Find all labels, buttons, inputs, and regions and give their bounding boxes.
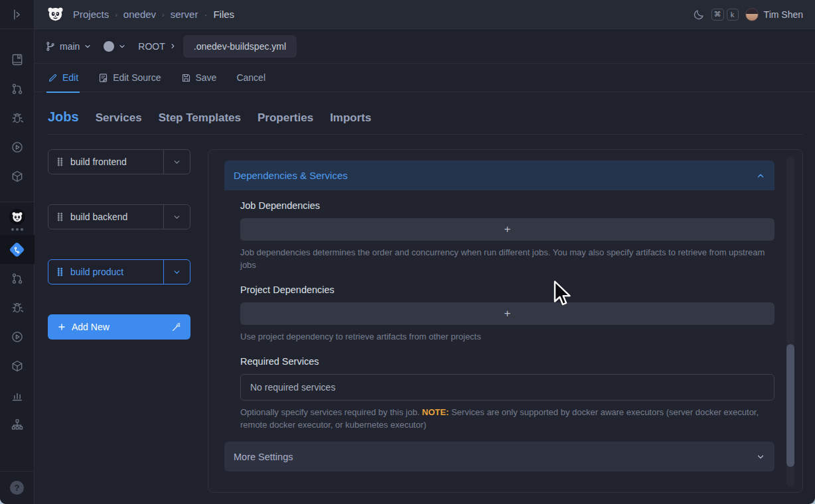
dependencies-services-section-header[interactable]: Dependencies & Services bbox=[224, 160, 775, 190]
drag-handle-icon[interactable] bbox=[56, 267, 64, 277]
tab-save-label: Save bbox=[196, 72, 217, 83]
package-icon bbox=[11, 170, 24, 183]
sidebar-toggle-button[interactable] bbox=[0, 0, 35, 29]
help-icon: ? bbox=[10, 481, 24, 495]
add-new-label: Add New bbox=[72, 322, 110, 332]
k-key: k bbox=[727, 9, 739, 21]
drag-handle-icon[interactable] bbox=[56, 212, 64, 221]
user-menu[interactable]: Tim Shen bbox=[745, 8, 803, 21]
panel-scrollbar-track[interactable] bbox=[786, 157, 794, 487]
sidebar-item-project-code-active[interactable] bbox=[0, 235, 35, 264]
magic-wand-icon[interactable] bbox=[171, 322, 181, 332]
breadcrumb-separator-dot: · bbox=[204, 9, 207, 20]
project-switcher[interactable] bbox=[0, 202, 34, 235]
job-dropdown-button[interactable] bbox=[163, 205, 190, 229]
sidebar-help-button[interactable]: ? bbox=[0, 471, 34, 504]
project-dependencies-label: Project Dependencies bbox=[240, 284, 775, 295]
required-services-input[interactable]: No required services bbox=[240, 374, 775, 401]
breadcrumb-separator: › bbox=[115, 11, 117, 19]
sidebar-item-project-pull-requests[interactable] bbox=[0, 264, 35, 293]
breadcrumb-onedev[interactable]: onedev bbox=[123, 9, 156, 20]
sidebar-item-project-issues[interactable] bbox=[0, 293, 35, 322]
job-dropdown-button[interactable] bbox=[163, 260, 190, 284]
add-job-dependency-button[interactable]: + bbox=[240, 218, 775, 241]
sidebar-item-code[interactable] bbox=[0, 45, 35, 74]
drag-handle-icon[interactable] bbox=[56, 157, 64, 166]
tab-properties[interactable]: Properties bbox=[258, 111, 313, 125]
tab-edit-source[interactable]: Edit Source bbox=[98, 64, 161, 92]
job-card-build-frontend[interactable]: build frontend bbox=[48, 149, 190, 174]
spec-tabs-divider bbox=[48, 134, 803, 135]
spec-category-tabs: Jobs Services Step Templates Properties … bbox=[48, 92, 803, 125]
branch-name: main bbox=[60, 41, 80, 52]
onedev-logo[interactable] bbox=[46, 5, 64, 23]
code-diamond-icon bbox=[9, 241, 25, 257]
sidebar-item-packages[interactable] bbox=[0, 162, 35, 191]
tab-edit[interactable]: Edit bbox=[48, 64, 78, 92]
chevron-down-icon bbox=[173, 213, 181, 221]
section-title: Dependencies & Services bbox=[234, 170, 348, 181]
panel-scrollbar-thumb[interactable] bbox=[786, 344, 794, 467]
cmd-key: ⌘ bbox=[711, 9, 724, 21]
tab-jobs[interactable]: Jobs bbox=[48, 109, 79, 125]
tab-save[interactable]: Save bbox=[181, 64, 217, 92]
job-card-build-product-selected[interactable]: build product bbox=[48, 259, 190, 284]
project-dependencies-help: Use project dependency to retrieve artif… bbox=[240, 330, 775, 343]
tab-cancel[interactable]: Cancel bbox=[236, 64, 265, 92]
breadcrumb-server[interactable]: server bbox=[171, 9, 198, 20]
required-services-label: Required Services bbox=[240, 356, 775, 367]
add-new-job-button[interactable]: Add New bbox=[48, 314, 190, 340]
onedev-app-window: ? Projects › onedev › server · Files ⌘ k… bbox=[0, 0, 815, 504]
job-name: build backend bbox=[70, 212, 127, 222]
top-header: Projects › onedev › server · Files ⌘ k T… bbox=[35, 0, 815, 29]
more-settings-label: More Settings bbox=[234, 452, 293, 462]
tab-step-templates[interactable]: Step Templates bbox=[159, 111, 241, 125]
filename-input[interactable]: .onedev-buildspec.yml bbox=[183, 35, 297, 58]
sidebar-item-builds[interactable] bbox=[0, 133, 35, 162]
pull-request-icon bbox=[11, 272, 24, 285]
sidebar-item-project-builds[interactable] bbox=[0, 322, 35, 351]
sidebar-item-pull-requests[interactable] bbox=[0, 74, 35, 103]
save-icon bbox=[181, 73, 191, 83]
job-dropdown-button[interactable] bbox=[163, 150, 190, 174]
sidebar: ? bbox=[0, 0, 35, 504]
sidebar-toggle-icon bbox=[11, 8, 24, 21]
breadcrumb-projects[interactable]: Projects bbox=[73, 9, 109, 20]
tab-edit-source-label: Edit Source bbox=[113, 72, 161, 83]
job-list: build frontend build backend bbox=[48, 149, 190, 493]
job-name: build product bbox=[70, 267, 123, 277]
git-branch-icon bbox=[45, 41, 56, 52]
bug-icon bbox=[11, 301, 24, 314]
user-filter-selector[interactable] bbox=[104, 41, 126, 52]
branch-selector[interactable]: main bbox=[45, 41, 92, 52]
project-avatar bbox=[9, 209, 25, 225]
sidebar-item-project-stats[interactable] bbox=[0, 381, 35, 410]
file-navigation-bar: main ROOT .onedev-buildspec.yml bbox=[35, 29, 815, 64]
tab-edit-label: Edit bbox=[62, 72, 78, 83]
note-label: NOTE: bbox=[422, 407, 449, 417]
job-card-build-backend[interactable]: build backend bbox=[48, 204, 190, 229]
more-settings-section-header[interactable]: More Settings bbox=[224, 442, 775, 472]
edit-toolbar: Edit Edit Source Save Cancel bbox=[35, 64, 815, 92]
sitemap-icon bbox=[11, 418, 24, 431]
tab-services[interactable]: Services bbox=[96, 111, 142, 125]
dark-mode-moon-icon[interactable] bbox=[693, 9, 705, 21]
sidebar-item-project-hierarchy[interactable] bbox=[0, 410, 35, 439]
chevron-up-icon bbox=[756, 171, 765, 180]
buildspec-editor: Jobs Services Step Templates Properties … bbox=[35, 92, 815, 504]
job-dependencies-label: Job Dependencies bbox=[240, 200, 775, 211]
help-text: Optionally specify services required by … bbox=[240, 407, 422, 417]
chevron-down-icon bbox=[118, 42, 126, 50]
tab-cancel-label: Cancel bbox=[236, 72, 265, 83]
tab-imports[interactable]: Imports bbox=[330, 111, 371, 125]
sidebar-item-project-packages[interactable] bbox=[0, 351, 35, 381]
add-project-dependency-button[interactable]: + bbox=[240, 302, 775, 325]
root-path-link[interactable]: ROOT bbox=[138, 41, 176, 52]
bug-icon bbox=[11, 111, 24, 125]
sidebar-item-issues[interactable] bbox=[0, 103, 35, 133]
chevron-down-icon bbox=[173, 158, 181, 166]
edit-source-icon bbox=[98, 73, 108, 83]
root-label: ROOT bbox=[138, 41, 165, 52]
user-avatar bbox=[745, 8, 759, 21]
command-palette-shortcut[interactable]: ⌘ k bbox=[711, 9, 739, 21]
